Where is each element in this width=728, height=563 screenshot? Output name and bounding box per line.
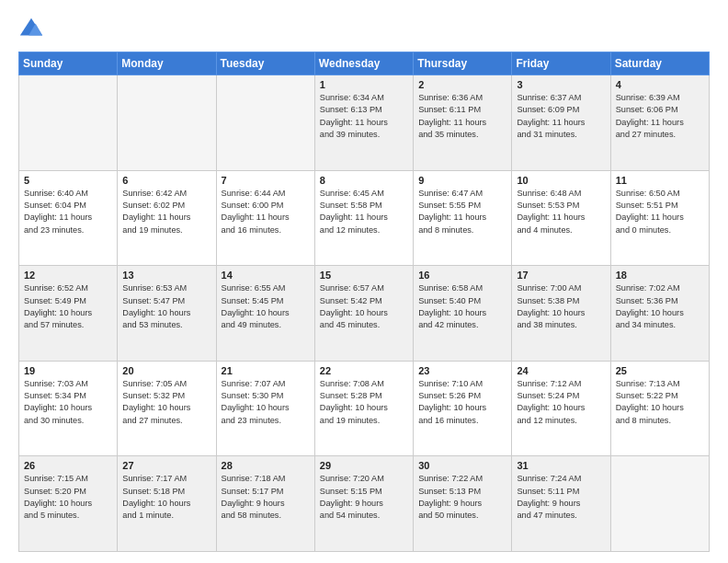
day-number: 15: [320, 270, 408, 281]
day-info: Sunrise: 7:18 AM Sunset: 5:17 PM Dayligh…: [222, 473, 310, 522]
day-info: Sunrise: 6:34 AM Sunset: 6:13 PM Dayligh…: [320, 92, 408, 141]
day-info: Sunrise: 6:47 AM Sunset: 5:55 PM Dayligh…: [418, 188, 506, 236]
day-info: Sunrise: 7:12 AM Sunset: 5:24 PM Dayligh…: [517, 378, 605, 427]
day-info: Sunrise: 7:15 AM Sunset: 5:20 PM Dayligh…: [24, 473, 112, 522]
day-number: 11: [616, 175, 704, 186]
day-info: Sunrise: 7:00 AM Sunset: 5:38 PM Dayligh…: [517, 282, 605, 331]
calendar-cell: 15Sunrise: 6:57 AM Sunset: 5:42 PM Dayli…: [314, 266, 413, 362]
calendar-week-row: 12Sunrise: 6:52 AM Sunset: 5:49 PM Dayli…: [19, 266, 710, 362]
day-header-wednesday: Wednesday: [314, 52, 413, 75]
day-info: Sunrise: 7:05 AM Sunset: 5:32 PM Dayligh…: [122, 378, 210, 427]
logo-icon: [18, 17, 44, 42]
calendar-cell: 13Sunrise: 6:53 AM Sunset: 5:47 PM Dayli…: [118, 266, 216, 362]
day-number: 27: [122, 460, 210, 471]
calendar-cell: 6Sunrise: 6:42 AM Sunset: 6:02 PM Daylig…: [118, 170, 216, 266]
day-number: 6: [122, 175, 210, 186]
calendar-table: SundayMondayTuesdayWednesdayThursdayFrid…: [18, 52, 710, 552]
day-info: Sunrise: 6:36 AM Sunset: 6:11 PM Dayligh…: [418, 92, 506, 141]
calendar-header-row: SundayMondayTuesdayWednesdayThursdayFrid…: [19, 52, 710, 75]
calendar-cell: 27Sunrise: 7:17 AM Sunset: 5:18 PM Dayli…: [118, 456, 216, 552]
calendar-cell: 8Sunrise: 6:45 AM Sunset: 5:58 PM Daylig…: [314, 170, 413, 266]
day-header-thursday: Thursday: [414, 52, 512, 75]
calendar-cell: 23Sunrise: 7:10 AM Sunset: 5:26 PM Dayli…: [414, 361, 512, 456]
calendar-cell: 17Sunrise: 7:00 AM Sunset: 5:38 PM Dayli…: [512, 266, 610, 362]
calendar-cell: 24Sunrise: 7:12 AM Sunset: 5:24 PM Dayli…: [512, 361, 610, 456]
day-number: 9: [418, 175, 506, 186]
day-number: 13: [122, 270, 210, 281]
day-info: Sunrise: 6:48 AM Sunset: 5:53 PM Dayligh…: [517, 188, 605, 236]
day-info: Sunrise: 7:03 AM Sunset: 5:34 PM Dayligh…: [24, 378, 112, 427]
calendar-week-row: 26Sunrise: 7:15 AM Sunset: 5:20 PM Dayli…: [19, 456, 710, 552]
calendar-cell: 30Sunrise: 7:22 AM Sunset: 5:13 PM Dayli…: [414, 456, 512, 552]
header: [18, 17, 710, 42]
day-number: 8: [320, 175, 408, 186]
day-number: 17: [517, 270, 605, 281]
calendar-cell: [216, 75, 314, 171]
day-info: Sunrise: 6:50 AM Sunset: 5:51 PM Dayligh…: [616, 188, 704, 236]
day-info: Sunrise: 6:42 AM Sunset: 6:02 PM Dayligh…: [122, 188, 210, 236]
calendar-cell: [19, 75, 118, 171]
calendar-cell: 26Sunrise: 7:15 AM Sunset: 5:20 PM Dayli…: [19, 456, 118, 552]
calendar-cell: 14Sunrise: 6:55 AM Sunset: 5:45 PM Dayli…: [216, 266, 314, 362]
day-number: 12: [24, 270, 112, 281]
calendar-cell: 2Sunrise: 6:36 AM Sunset: 6:11 PM Daylig…: [414, 75, 512, 171]
calendar-week-row: 1Sunrise: 6:34 AM Sunset: 6:13 PM Daylig…: [19, 75, 710, 171]
day-number: 1: [320, 79, 408, 90]
day-number: 25: [616, 365, 704, 376]
calendar-cell: 1Sunrise: 6:34 AM Sunset: 6:13 PM Daylig…: [314, 75, 413, 171]
day-info: Sunrise: 6:39 AM Sunset: 6:06 PM Dayligh…: [616, 92, 704, 141]
calendar-cell: 5Sunrise: 6:40 AM Sunset: 6:04 PM Daylig…: [19, 170, 118, 266]
day-number: 20: [122, 365, 210, 376]
calendar-cell: 31Sunrise: 7:24 AM Sunset: 5:11 PM Dayli…: [512, 456, 610, 552]
day-header-tuesday: Tuesday: [216, 52, 314, 75]
calendar-cell: 20Sunrise: 7:05 AM Sunset: 5:32 PM Dayli…: [118, 361, 216, 456]
day-info: Sunrise: 6:52 AM Sunset: 5:49 PM Dayligh…: [24, 282, 112, 331]
day-info: Sunrise: 6:40 AM Sunset: 6:04 PM Dayligh…: [24, 188, 112, 236]
day-number: 21: [222, 365, 310, 376]
logo: [18, 17, 48, 42]
calendar-cell: 28Sunrise: 7:18 AM Sunset: 5:17 PM Dayli…: [216, 456, 314, 552]
day-info: Sunrise: 7:20 AM Sunset: 5:15 PM Dayligh…: [320, 473, 408, 522]
calendar-cell: [610, 456, 709, 552]
day-header-saturday: Saturday: [610, 52, 709, 75]
calendar-cell: 25Sunrise: 7:13 AM Sunset: 5:22 PM Dayli…: [610, 361, 709, 456]
day-header-friday: Friday: [512, 52, 610, 75]
day-number: 5: [24, 175, 112, 186]
day-info: Sunrise: 6:53 AM Sunset: 5:47 PM Dayligh…: [122, 282, 210, 331]
day-info: Sunrise: 7:17 AM Sunset: 5:18 PM Dayligh…: [122, 473, 210, 522]
day-number: 19: [24, 365, 112, 376]
day-info: Sunrise: 7:10 AM Sunset: 5:26 PM Dayligh…: [418, 378, 506, 427]
day-info: Sunrise: 7:07 AM Sunset: 5:30 PM Dayligh…: [222, 378, 310, 427]
calendar-cell: 21Sunrise: 7:07 AM Sunset: 5:30 PM Dayli…: [216, 361, 314, 456]
day-number: 4: [616, 79, 704, 90]
day-number: 22: [320, 365, 408, 376]
day-number: 30: [418, 460, 506, 471]
calendar-cell: 12Sunrise: 6:52 AM Sunset: 5:49 PM Dayli…: [19, 266, 118, 362]
day-info: Sunrise: 6:45 AM Sunset: 5:58 PM Dayligh…: [320, 188, 408, 236]
day-number: 3: [517, 79, 605, 90]
day-number: 7: [222, 175, 310, 186]
page: SundayMondayTuesdayWednesdayThursdayFrid…: [0, 0, 728, 563]
day-info: Sunrise: 7:22 AM Sunset: 5:13 PM Dayligh…: [418, 473, 506, 522]
calendar-cell: 16Sunrise: 6:58 AM Sunset: 5:40 PM Dayli…: [414, 266, 512, 362]
calendar-cell: 19Sunrise: 7:03 AM Sunset: 5:34 PM Dayli…: [19, 361, 118, 456]
day-info: Sunrise: 6:44 AM Sunset: 6:00 PM Dayligh…: [222, 188, 310, 236]
day-header-sunday: Sunday: [19, 52, 118, 75]
day-number: 24: [517, 365, 605, 376]
calendar-cell: 11Sunrise: 6:50 AM Sunset: 5:51 PM Dayli…: [610, 170, 709, 266]
day-number: 2: [418, 79, 506, 90]
calendar-cell: 10Sunrise: 6:48 AM Sunset: 5:53 PM Dayli…: [512, 170, 610, 266]
day-number: 28: [222, 460, 310, 471]
calendar-cell: 9Sunrise: 6:47 AM Sunset: 5:55 PM Daylig…: [414, 170, 512, 266]
calendar-cell: 22Sunrise: 7:08 AM Sunset: 5:28 PM Dayli…: [314, 361, 413, 456]
day-number: 10: [517, 175, 605, 186]
day-info: Sunrise: 7:02 AM Sunset: 5:36 PM Dayligh…: [616, 282, 704, 331]
day-info: Sunrise: 6:57 AM Sunset: 5:42 PM Dayligh…: [320, 282, 408, 331]
day-number: 23: [418, 365, 506, 376]
day-info: Sunrise: 7:24 AM Sunset: 5:11 PM Dayligh…: [517, 473, 605, 522]
day-info: Sunrise: 7:13 AM Sunset: 5:22 PM Dayligh…: [616, 378, 704, 427]
calendar-cell: 18Sunrise: 7:02 AM Sunset: 5:36 PM Dayli…: [610, 266, 709, 362]
day-number: 16: [418, 270, 506, 281]
day-number: 14: [222, 270, 310, 281]
calendar-cell: 29Sunrise: 7:20 AM Sunset: 5:15 PM Dayli…: [314, 456, 413, 552]
